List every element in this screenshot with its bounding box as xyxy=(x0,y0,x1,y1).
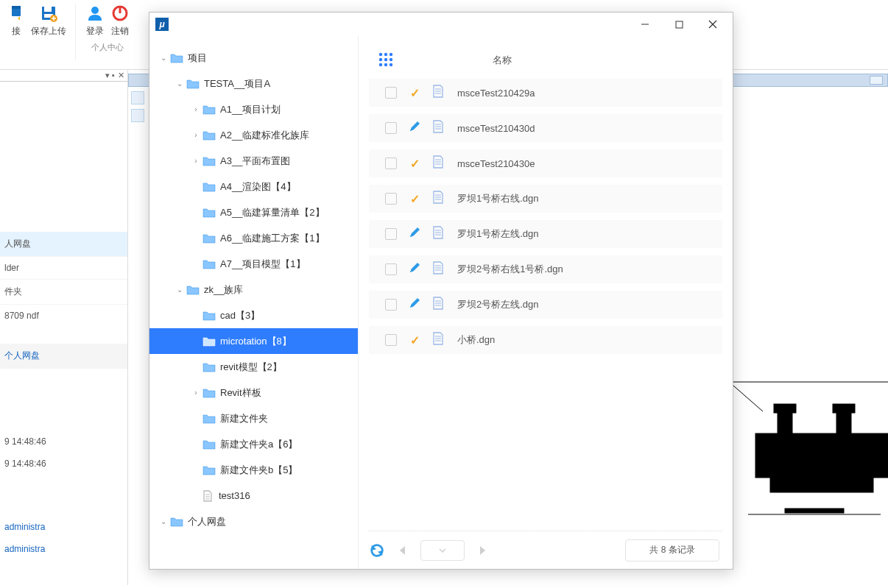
caret-icon[interactable]: › xyxy=(191,157,201,165)
structure-silhouette xyxy=(733,367,888,529)
file-row[interactable]: 罗坝1号桥左线.dgn xyxy=(369,220,722,248)
tree-node[interactable]: A4__渲染图【4】 xyxy=(149,174,358,199)
tree-node[interactable]: 新建文件夹b【5】 xyxy=(149,457,358,483)
pin-icon[interactable]: ▾ ▪ xyxy=(105,71,115,80)
tree-node[interactable]: 新建文件夹 xyxy=(149,405,358,431)
tool-1[interactable] xyxy=(131,91,144,105)
tree-node[interactable]: A6__临建施工方案【1】 xyxy=(149,225,358,251)
close-button[interactable] xyxy=(696,13,730,35)
column-header-name[interactable]: 名称 xyxy=(493,54,512,67)
tree-node[interactable]: ⌄TESTA__项目A xyxy=(149,71,358,96)
tree-node[interactable]: ⌄个人网盘 xyxy=(149,509,358,534)
edit-icon xyxy=(409,121,420,135)
folder-icon xyxy=(202,362,216,372)
connect-button[interactable]: 接 xyxy=(6,3,27,38)
folder-icon xyxy=(202,414,216,424)
tree-node-label: microtation【8】 xyxy=(220,335,292,348)
caret-icon[interactable]: › xyxy=(191,105,201,113)
page-prev-button[interactable] xyxy=(392,540,413,561)
grid-view-icon[interactable] xyxy=(378,52,395,69)
left-item-folder2[interactable]: 件夹 xyxy=(0,280,127,305)
folder-icon xyxy=(202,439,216,450)
row-checkbox[interactable] xyxy=(385,299,397,311)
tree-node[interactable]: A7__项目模型【1】 xyxy=(149,251,358,277)
folder-tree[interactable]: ⌄项目⌄TESTA__项目A›A1__项目计划›A2__临建标准化族库›A3__… xyxy=(149,36,359,569)
tree-node[interactable]: ›A3__平面布置图 xyxy=(149,148,358,174)
svg-point-30 xyxy=(384,58,387,61)
document-icon xyxy=(432,85,444,101)
tree-node[interactable]: cad【3】 xyxy=(149,302,358,328)
row-checkbox[interactable] xyxy=(385,193,397,205)
left-header-personal: 个人网盘 xyxy=(0,344,127,369)
file-row[interactable]: msceTest210430d xyxy=(369,114,722,142)
tree-node[interactable]: ›Revit样板 xyxy=(149,380,358,405)
tool-column xyxy=(128,87,147,127)
svg-rect-20 xyxy=(676,21,683,28)
svg-point-32 xyxy=(379,63,382,66)
caret-icon[interactable]: ⌄ xyxy=(158,54,169,62)
refresh-button[interactable] xyxy=(369,542,385,559)
status-col: ✓ xyxy=(406,86,423,100)
svg-rect-14 xyxy=(774,404,796,413)
tool-2[interactable] xyxy=(131,109,144,122)
file-row[interactable]: 罗坝2号桥右线1号桥.dgn xyxy=(369,255,722,283)
maximize-button[interactable] xyxy=(662,13,696,35)
app-icon: μ xyxy=(155,18,169,31)
caret-icon[interactable]: › xyxy=(191,389,201,397)
tree-node[interactable]: ⌄项目 xyxy=(149,45,358,71)
caret-icon[interactable]: ⌄ xyxy=(175,79,185,88)
minimize-doc-icon[interactable] xyxy=(870,76,883,85)
row-checkbox[interactable] xyxy=(385,228,397,240)
tree-node-label: 新建文件夹b【5】 xyxy=(220,464,297,477)
page-next-button[interactable] xyxy=(472,540,493,561)
login-button[interactable]: 登录 xyxy=(85,3,105,38)
row-checkbox[interactable] xyxy=(385,334,397,346)
save-upload-button[interactable]: 保存上传 xyxy=(31,3,66,38)
file-row[interactable]: ✓msceTest210430e xyxy=(369,149,722,177)
folder-icon xyxy=(202,208,216,218)
row-checkbox[interactable] xyxy=(385,122,397,134)
tree-node-label: cad【3】 xyxy=(220,309,260,322)
tree-node-label: A3__平面布置图 xyxy=(220,155,290,168)
row-checkbox[interactable] xyxy=(385,157,397,169)
row-checkbox[interactable] xyxy=(385,87,397,99)
caret-icon[interactable]: ⌄ xyxy=(175,286,185,294)
logout-button[interactable]: 注销 xyxy=(110,3,130,38)
left-time2: 9 14:48:46 xyxy=(0,453,127,475)
file-row[interactable]: ✓msceTest210429a xyxy=(369,79,722,107)
tree-node[interactable]: A5__临建算量清单【2】 xyxy=(149,199,358,225)
tree-node-label: 新建文件夹a【6】 xyxy=(220,438,297,451)
user-icon xyxy=(85,3,105,24)
left-item-personal-disk[interactable]: 人网盘 xyxy=(0,232,127,257)
caret-icon[interactable]: › xyxy=(191,131,201,139)
tree-node[interactable]: 新建文件夹a【6】 xyxy=(149,431,358,457)
tree-node[interactable]: ›A2__临建标准化族库 xyxy=(149,122,358,148)
minimize-button[interactable] xyxy=(628,13,662,35)
left-item-folder[interactable]: lder xyxy=(0,257,127,280)
status-col xyxy=(406,297,423,312)
page-select[interactable] xyxy=(420,540,465,561)
file-row[interactable]: ✓小桥.dgn xyxy=(369,326,722,354)
document-icon xyxy=(432,226,444,242)
folder-icon xyxy=(170,53,183,63)
ribbon-group-label: 个人中心 xyxy=(91,42,124,53)
edit-icon xyxy=(409,297,420,312)
row-checkbox[interactable] xyxy=(385,263,397,275)
caret-icon[interactable]: ⌄ xyxy=(158,517,169,525)
tree-node[interactable]: revit模型【2】 xyxy=(149,354,358,380)
tree-node[interactable]: microtation【8】 xyxy=(149,328,358,354)
folder-icon xyxy=(202,156,216,166)
tree-node-label: TESTA__项目A xyxy=(204,77,270,91)
status-col: ✓ xyxy=(406,192,423,206)
file-row[interactable]: ✓罗坝1号桥右线.dgn xyxy=(369,185,722,213)
save-upload-icon xyxy=(38,3,59,24)
file-list: ✓msceTest210429amsceTest210430d✓msceTest… xyxy=(369,79,722,531)
tree-node[interactable]: ›A1__项目计划 xyxy=(149,96,358,122)
tree-node[interactable]: ⌄zk__族库 xyxy=(149,277,358,302)
left-item-pdf[interactable]: 8709 ndf xyxy=(0,305,127,327)
panel-close-icon[interactable]: ✕ xyxy=(118,71,124,80)
folder-icon xyxy=(170,517,183,527)
tree-node[interactable]: test316 xyxy=(149,483,358,509)
file-row[interactable]: 罗坝2号桥左线.dgn xyxy=(369,291,722,319)
svg-point-28 xyxy=(390,53,392,56)
